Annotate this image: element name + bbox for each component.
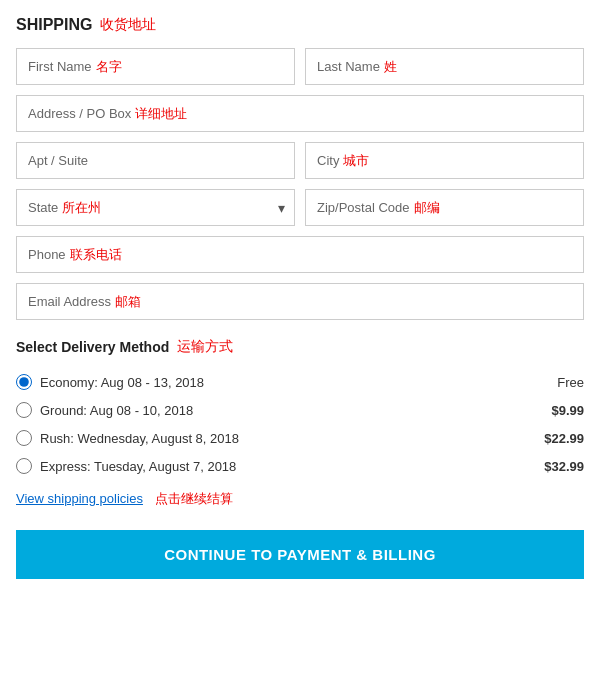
address-field: Address / PO Box 详细地址 <box>16 95 584 132</box>
first-name-input[interactable] <box>16 48 295 85</box>
apt-city-row: Apt / Suite City 城市 <box>16 142 584 179</box>
name-row: First Name 名字 Last Name 姓 <box>16 48 584 85</box>
apt-input[interactable] <box>16 142 295 179</box>
rush-price: $22.99 <box>544 431 584 446</box>
phone-input[interactable] <box>16 236 584 273</box>
city-field: City 城市 <box>305 142 584 179</box>
apt-field: Apt / Suite <box>16 142 295 179</box>
email-input[interactable] <box>16 283 584 320</box>
delivery-option-express: Express: Tuesday, August 7, 2018 $32.99 <box>16 452 584 480</box>
express-radio[interactable] <box>16 458 32 474</box>
last-name-field: Last Name 姓 <box>305 48 584 85</box>
email-row: Email Address 邮箱 <box>16 283 584 320</box>
economy-label[interactable]: Economy: Aug 08 - 13, 2018 <box>40 375 204 390</box>
ground-radio[interactable] <box>16 402 32 418</box>
express-price: $32.99 <box>544 459 584 474</box>
delivery-option-ground: Ground: Aug 08 - 10, 2018 $9.99 <box>16 396 584 424</box>
ground-price: $9.99 <box>551 403 584 418</box>
express-label[interactable]: Express: Tuesday, August 7, 2018 <box>40 459 236 474</box>
shipping-policies-link[interactable]: View shipping policies <box>16 491 143 506</box>
phone-row: Phone 联系电话 <box>16 236 584 273</box>
state-field: ALAKAZAR CACOCTDE FLGAHIID ILINIAKS KYLA… <box>16 189 295 226</box>
economy-radio[interactable] <box>16 374 32 390</box>
shipping-policies-chinese: 点击继续结算 <box>155 490 233 508</box>
rush-radio[interactable] <box>16 430 32 446</box>
shipping-title: SHIPPING <box>16 16 92 34</box>
economy-price: Free <box>557 375 584 390</box>
delivery-section: Select Delivery Method 运输方式 Economy: Aug… <box>16 338 584 480</box>
delivery-title-chinese: 运输方式 <box>177 338 233 356</box>
state-select[interactable]: ALAKAZAR CACOCTDE FLGAHIID ILINIAKS KYLA… <box>16 189 295 226</box>
city-input[interactable] <box>305 142 584 179</box>
address-input[interactable] <box>16 95 584 132</box>
state-zip-row: ALAKAZAR CACOCTDE FLGAHIID ILINIAKS KYLA… <box>16 189 584 226</box>
ground-label[interactable]: Ground: Aug 08 - 10, 2018 <box>40 403 193 418</box>
phone-field: Phone 联系电话 <box>16 236 584 273</box>
delivery-title: Select Delivery Method 运输方式 <box>16 338 584 356</box>
zip-field: Zip/Postal Code 邮编 <box>305 189 584 226</box>
shipping-title-chinese: 收货地址 <box>100 16 156 34</box>
state-select-wrapper: ALAKAZAR CACOCTDE FLGAHIID ILINIAKS KYLA… <box>16 189 295 226</box>
address-row: Address / PO Box 详细地址 <box>16 95 584 132</box>
zip-input[interactable] <box>305 189 584 226</box>
section-title: SHIPPING 收货地址 <box>16 16 584 34</box>
last-name-input[interactable] <box>305 48 584 85</box>
delivery-option-rush: Rush: Wednesday, August 8, 2018 $22.99 <box>16 424 584 452</box>
continue-button[interactable]: CONTINUE TO PAYMENT & BILLING <box>16 530 584 579</box>
delivery-title-text: Select Delivery Method <box>16 339 169 355</box>
rush-label[interactable]: Rush: Wednesday, August 8, 2018 <box>40 431 239 446</box>
email-field: Email Address 邮箱 <box>16 283 584 320</box>
shipping-policies-row: View shipping policies 点击继续结算 <box>16 490 584 508</box>
delivery-option-economy: Economy: Aug 08 - 13, 2018 Free <box>16 368 584 396</box>
first-name-field: First Name 名字 <box>16 48 295 85</box>
